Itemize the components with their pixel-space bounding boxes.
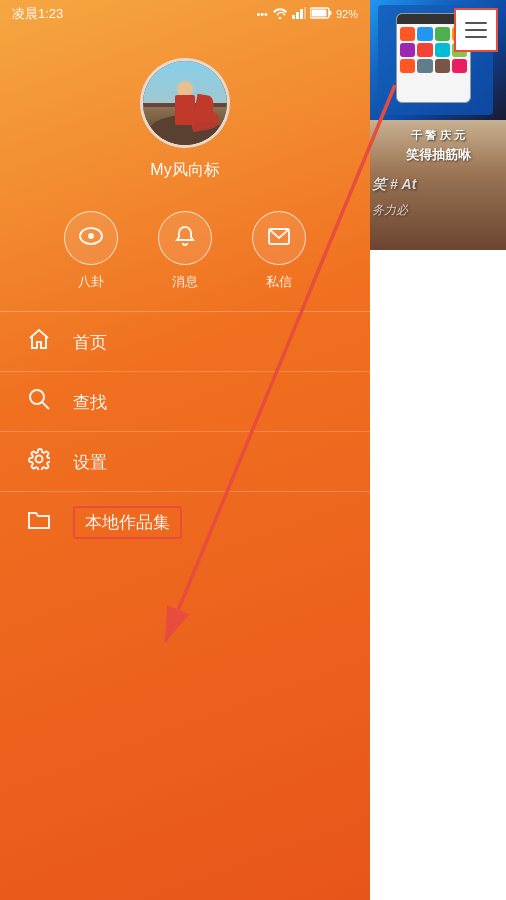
right-image-bottom: 干 警 庆 元 笑得抽筋咻 笑 # At 务力必 [370, 120, 506, 250]
mail-icon [268, 227, 290, 250]
svg-rect-5 [311, 10, 326, 17]
svg-point-12 [36, 456, 43, 463]
quick-actions: 八卦 消息 私信 [0, 201, 370, 311]
messages-circle [158, 211, 212, 265]
svg-point-10 [30, 390, 44, 404]
overlay-title: 干 警 庆 元 [411, 129, 464, 141]
sidebar: 凌晨1:23 ••• [0, 0, 370, 900]
avatar[interactable] [140, 58, 230, 148]
battery-pct: 92% [336, 8, 358, 20]
svg-line-11 [43, 403, 50, 410]
svg-rect-6 [329, 11, 332, 15]
bell-icon [175, 225, 195, 252]
text-overlay: 干 警 庆 元 笑得抽筋咻 笑 # At 务力必 [370, 120, 506, 250]
settings-icon [25, 448, 53, 476]
signal-bars [292, 7, 306, 21]
eye-icon [79, 227, 103, 250]
menu-home-label: 首页 [73, 331, 107, 354]
folder-icon [25, 509, 53, 535]
overlay-handwriting: 笑 # At [372, 176, 416, 192]
dm-circle [252, 211, 306, 265]
username: My风向标 [150, 160, 219, 181]
hamburger-line-1 [465, 22, 487, 24]
menu-item-local-works[interactable]: 本地作品集 [0, 492, 370, 552]
profile-section: My风向标 [0, 28, 370, 201]
svg-rect-3 [304, 7, 306, 19]
messages-label: 消息 [172, 273, 198, 291]
overlay-handwriting2: 务力必 [372, 203, 408, 217]
dm-label: 私信 [266, 273, 292, 291]
signal-dots: ••• [256, 8, 268, 20]
menu-settings-label: 设置 [73, 451, 107, 474]
action-gossip[interactable]: 八卦 [64, 211, 118, 291]
menu-item-home[interactable]: 首页 [0, 312, 370, 372]
menu-local-works-label: 本地作品集 [85, 513, 170, 532]
svg-rect-2 [300, 9, 303, 19]
search-icon [25, 388, 53, 416]
overlay-subtitle: 笑得抽筋咻 [406, 147, 471, 162]
hamburger-button[interactable] [454, 8, 498, 52]
right-bottom-white [370, 250, 506, 900]
status-bar: 凌晨1:23 ••• [0, 0, 370, 28]
battery-icon [310, 7, 332, 21]
svg-point-8 [88, 233, 94, 239]
hamburger-line-3 [465, 36, 487, 38]
right-panel: 干 警 庆 元 笑得抽筋咻 笑 # At 务力必 [370, 0, 506, 900]
menu-items: 首页 查找 设置 [0, 312, 370, 552]
menu-item-settings[interactable]: 设置 [0, 432, 370, 492]
local-works-box: 本地作品集 [73, 506, 182, 539]
action-dm[interactable]: 私信 [252, 211, 306, 291]
home-icon [25, 328, 53, 356]
gossip-circle [64, 211, 118, 265]
status-icons: ••• [256, 7, 358, 21]
menu-item-search[interactable]: 查找 [0, 372, 370, 432]
action-messages[interactable]: 消息 [158, 211, 212, 291]
status-time: 凌晨1:23 [12, 5, 63, 23]
gossip-label: 八卦 [78, 273, 104, 291]
svg-rect-0 [292, 15, 295, 19]
menu-search-label: 查找 [73, 391, 107, 414]
svg-rect-1 [296, 12, 299, 19]
hamburger-line-2 [465, 29, 487, 31]
wifi-icon [272, 7, 288, 21]
